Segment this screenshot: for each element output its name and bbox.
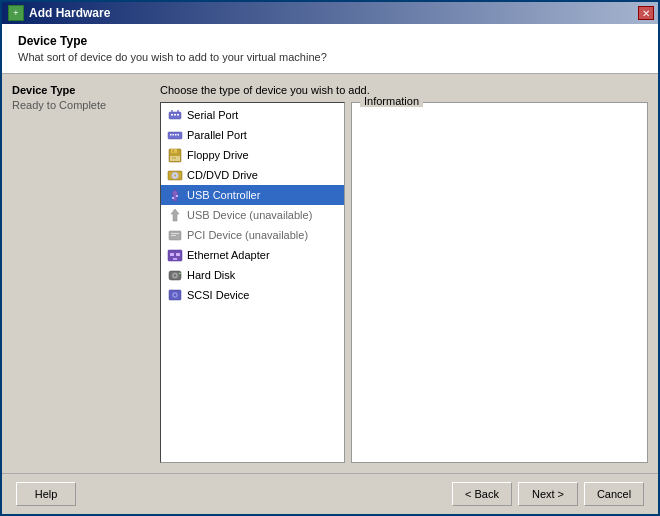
svg-rect-1 xyxy=(171,114,173,116)
title-bar-left: + Add Hardware xyxy=(8,5,110,21)
pci-device-icon xyxy=(167,227,183,243)
usb-controller-label: USB Controller xyxy=(187,189,260,201)
window-title: Add Hardware xyxy=(29,6,110,20)
svg-marker-22 xyxy=(171,209,179,221)
device-item-scsi-device[interactable]: SCSI Device xyxy=(161,285,344,305)
window-icon: + xyxy=(8,5,24,21)
svg-rect-7 xyxy=(170,134,172,136)
ethernet-adapter-icon xyxy=(167,247,183,263)
scsi-device-label: SCSI Device xyxy=(187,289,249,301)
hard-disk-icon xyxy=(167,267,183,283)
device-item-parallel-port[interactable]: Parallel Port xyxy=(161,125,344,145)
right-panel: Choose the type of device you wish to ad… xyxy=(160,84,648,463)
close-button[interactable]: ✕ xyxy=(638,6,654,20)
svg-rect-25 xyxy=(171,235,176,236)
svg-rect-21 xyxy=(176,195,178,197)
scsi-device-icon xyxy=(167,287,183,303)
svg-point-32 xyxy=(174,275,176,277)
footer: Help < Back Next > Cancel xyxy=(2,473,658,514)
svg-point-36 xyxy=(174,294,176,296)
device-list[interactable]: Serial PortParallel PortFloppy DriveCD/D… xyxy=(160,102,345,463)
device-item-ethernet-adapter[interactable]: Ethernet Adapter xyxy=(161,245,344,265)
left-panel-subtitle: Ready to Complete xyxy=(12,99,152,111)
device-item-hard-disk[interactable]: Hard Disk xyxy=(161,265,344,285)
footer-right: < Back Next > Cancel xyxy=(452,482,644,506)
serial-port-icon xyxy=(167,107,183,123)
usb-device-icon xyxy=(167,207,183,223)
svg-rect-9 xyxy=(175,134,177,136)
cancel-button[interactable]: Cancel xyxy=(584,482,644,506)
hard-disk-label: Hard Disk xyxy=(187,269,235,281)
header-subtitle: What sort of device do you wish to add t… xyxy=(18,51,642,63)
device-list-area: Serial PortParallel PortFloppy DriveCD/D… xyxy=(160,102,648,463)
svg-point-18 xyxy=(174,175,176,177)
cd-dvd-drive-label: CD/DVD Drive xyxy=(187,169,258,181)
device-item-serial-port[interactable]: Serial Port xyxy=(161,105,344,125)
main-window: + Add Hardware ✕ Device Type What sort o… xyxy=(0,0,660,516)
floppy-drive-label: Floppy Drive xyxy=(187,149,249,161)
help-button[interactable]: Help xyxy=(16,482,76,506)
header-title: Device Type xyxy=(18,34,642,48)
content-area: Device Type Ready to Complete Choose the… xyxy=(2,74,658,473)
svg-rect-3 xyxy=(177,114,179,116)
svg-rect-29 xyxy=(173,258,177,260)
info-panel: Information xyxy=(351,102,648,463)
device-item-usb-device[interactable]: USB Device (unavailable) xyxy=(161,205,344,225)
device-item-floppy-drive[interactable]: Floppy Drive xyxy=(161,145,344,165)
svg-rect-27 xyxy=(170,253,174,256)
svg-point-4 xyxy=(171,110,173,112)
serial-port-label: Serial Port xyxy=(187,109,238,121)
usb-device-label: USB Device (unavailable) xyxy=(187,209,312,221)
floppy-drive-icon xyxy=(167,147,183,163)
ethernet-adapter-label: Ethernet Adapter xyxy=(187,249,270,261)
device-item-pci-device[interactable]: PCI Device (unavailable) xyxy=(161,225,344,245)
svg-rect-8 xyxy=(173,134,175,136)
svg-rect-33 xyxy=(179,273,181,274)
usb-controller-icon xyxy=(167,187,183,203)
left-panel: Device Type Ready to Complete xyxy=(12,84,152,463)
svg-rect-10 xyxy=(178,134,180,136)
svg-rect-2 xyxy=(174,114,176,116)
svg-rect-20 xyxy=(172,197,174,199)
cd-dvd-drive-icon xyxy=(167,167,183,183)
svg-rect-15 xyxy=(172,158,176,159)
next-button[interactable]: Next > xyxy=(518,482,578,506)
device-item-usb-controller[interactable]: USB Controller xyxy=(161,185,344,205)
title-bar: + Add Hardware ✕ xyxy=(2,2,658,24)
svg-point-5 xyxy=(177,110,179,112)
parallel-port-label: Parallel Port xyxy=(187,129,247,141)
info-panel-legend: Information xyxy=(360,95,423,107)
device-item-cd-dvd-drive[interactable]: CD/DVD Drive xyxy=(161,165,344,185)
svg-rect-28 xyxy=(176,253,180,256)
left-panel-title: Device Type xyxy=(12,84,152,96)
pci-device-label: PCI Device (unavailable) xyxy=(187,229,308,241)
svg-rect-24 xyxy=(171,233,179,234)
header-section: Device Type What sort of device do you w… xyxy=(2,24,658,74)
parallel-port-icon xyxy=(167,127,183,143)
back-button[interactable]: < Back xyxy=(452,482,512,506)
svg-rect-13 xyxy=(173,150,175,153)
